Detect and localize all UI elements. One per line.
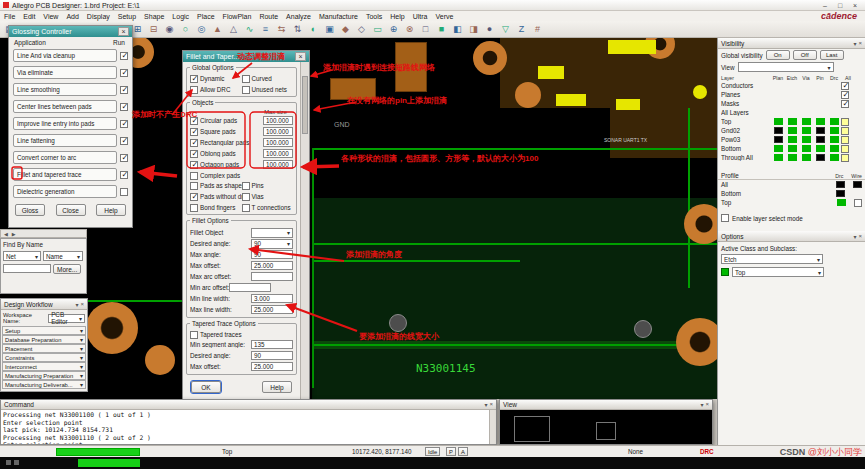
visibility-on-button[interactable]: On (766, 50, 790, 60)
visibility-header[interactable]: Visibility ▾× (718, 38, 865, 49)
run-checkbox[interactable] (120, 154, 128, 162)
help-button[interactable]: Help (96, 204, 126, 216)
layer-all-checkbox[interactable] (841, 145, 849, 153)
max-angle-input[interactable]: 90 (251, 250, 293, 259)
menu-item[interactable]: File (4, 13, 15, 20)
max-size-input[interactable]: 100.000 (263, 116, 293, 125)
glossing-app-button[interactable]: Convert corner to arc (13, 151, 117, 164)
vias-checkbox[interactable] (242, 193, 250, 201)
close-icon[interactable]: × (80, 301, 84, 308)
close-icon[interactable]: × (858, 40, 862, 47)
close-button[interactable]: × (848, 1, 862, 10)
layer-all-checkbox[interactable] (841, 118, 849, 126)
pad-type-checkbox[interactable] (190, 128, 198, 136)
pads-as-shapes-checkbox[interactable] (190, 182, 198, 190)
workspace-dropdown[interactable]: PCB Editor▾ (48, 314, 85, 323)
find-name-input[interactable] (3, 264, 51, 273)
min-line-width-input[interactable]: 3.000 (251, 294, 293, 303)
allow-drc-checkbox[interactable] (190, 86, 198, 94)
t-connections-checkbox[interactable] (242, 204, 250, 212)
menu-item[interactable]: Place (197, 13, 215, 20)
glossing-close-icon[interactable]: × (118, 27, 129, 36)
toolbar-icon[interactable]: ⊗ (402, 22, 417, 36)
toolbar-icon[interactable]: ▭ (370, 22, 385, 36)
close-icon[interactable]: × (858, 233, 862, 240)
toolbar-icon[interactable]: ⇆ (274, 22, 289, 36)
subclass-dropdown[interactable]: Top▾ (732, 267, 824, 277)
panel-scroll-left-icon[interactable]: ◀ (4, 231, 8, 237)
taper-desired-angle-input[interactable]: 90 (251, 351, 293, 360)
glossing-app-button[interactable]: Dielectric generation (13, 185, 117, 198)
menu-item[interactable]: Analyze (286, 13, 311, 20)
glossing-app-button[interactable]: Line fattening (13, 134, 117, 147)
glossing-app-button[interactable]: Center lines between pads (13, 100, 117, 113)
tapered-traces-checkbox[interactable] (190, 331, 198, 339)
visibility-checkbox[interactable] (841, 91, 849, 99)
pad-type-checkbox[interactable] (190, 161, 198, 169)
menu-item[interactable]: Ultra (413, 13, 428, 20)
toolbar-icon[interactable]: ◉ (162, 22, 177, 36)
fillet-object-dropdown[interactable]: ▾ (251, 228, 293, 238)
pad-type-checkbox[interactable] (190, 117, 198, 125)
scrollbar-thumb[interactable] (302, 76, 308, 134)
menu-item[interactable]: Logic (172, 13, 189, 20)
toolbar-icon[interactable]: ● (482, 22, 497, 36)
menu-item[interactable]: Help (390, 13, 404, 20)
workflow-item[interactable]: Setup ▾ (2, 326, 86, 335)
toolbar-icon[interactable]: ⇅ (290, 22, 305, 36)
dynamic-checkbox[interactable] (190, 75, 198, 83)
layer-all-checkbox[interactable] (841, 136, 849, 144)
toolbar-icon[interactable]: ◐ (306, 22, 321, 36)
toolbar-icon[interactable]: △ (226, 22, 241, 36)
min-segment-angle-input[interactable]: 135 (251, 340, 293, 349)
glossing-titlebar[interactable]: Glossing Controller × (9, 26, 132, 37)
a-button[interactable]: A (458, 447, 468, 456)
max-size-input[interactable]: 100.000 (263, 149, 293, 158)
close-button[interactable]: Close (56, 204, 86, 216)
menu-item[interactable]: Add (66, 13, 78, 20)
toolbar-icon[interactable]: ⊕ (386, 22, 401, 36)
glossing-app-button[interactable]: Improve line entry into pads (13, 117, 117, 130)
fillet-scrollbar[interactable] (300, 62, 309, 415)
find-type-dropdown[interactable]: Net▾ (3, 251, 41, 261)
visibility-last-button[interactable]: Last (820, 50, 844, 60)
bond-fingers-checkbox[interactable] (190, 204, 198, 212)
pads-without-drills-checkbox[interactable] (190, 193, 198, 201)
menu-item[interactable]: View (43, 13, 58, 20)
enable-layer-select-checkbox[interactable] (721, 214, 729, 222)
max-size-input[interactable]: 100.000 (263, 127, 293, 136)
workflow-item[interactable]: Placement ▾ (2, 344, 86, 353)
menu-item[interactable]: Route (259, 13, 278, 20)
toolbar-icon[interactable]: ○ (178, 22, 193, 36)
toolbar-icon[interactable]: Z (514, 22, 529, 36)
ok-button[interactable]: OK (191, 381, 221, 393)
view-dropdown[interactable]: ▾ (738, 62, 834, 72)
view-canvas[interactable] (500, 410, 712, 444)
command-titlebar[interactable]: Command ▾× (1, 400, 496, 410)
pin-icon[interactable]: ▾ (853, 40, 856, 47)
toolbar-icon[interactable]: □ (418, 22, 433, 36)
profile-wire-checkbox[interactable] (854, 199, 862, 207)
maximize-button[interactable]: □ (833, 1, 847, 10)
max-size-input[interactable]: 100.000 (263, 138, 293, 147)
workflow-item[interactable]: Manufacturing Deliverab... ▾ (2, 380, 86, 389)
run-checkbox[interactable] (120, 86, 128, 94)
toolbar-icon[interactable]: ◎ (194, 22, 209, 36)
menu-item[interactable]: Verve (435, 13, 453, 20)
glossing-app-button[interactable]: Line smoothing (13, 83, 117, 96)
complex-pads-checkbox[interactable] (190, 172, 198, 180)
idle-button[interactable]: Idle (425, 447, 440, 456)
workflow-item[interactable]: Database Preparation ▾ (2, 335, 86, 344)
max-line-width-input[interactable]: 25.000 (251, 305, 293, 314)
toolbar-icon[interactable]: ◨ (466, 22, 481, 36)
toolbar-icon[interactable]: ⊟ (146, 22, 161, 36)
curved-checkbox[interactable] (242, 75, 250, 83)
gloss-button[interactable]: Gloss (15, 204, 45, 216)
workflow-item[interactable]: Interconnect ▾ (2, 362, 86, 371)
menu-item[interactable]: Manufacture (319, 13, 358, 20)
minimize-button[interactable]: – (818, 1, 832, 10)
visibility-checkbox[interactable] (841, 82, 849, 90)
desired-angle-dropdown[interactable]: 90▾ (251, 239, 293, 249)
glossing-app-button[interactable]: Line And via cleanup (13, 49, 117, 62)
fillet-titlebar[interactable]: Fillet and Taper... × (183, 51, 309, 62)
